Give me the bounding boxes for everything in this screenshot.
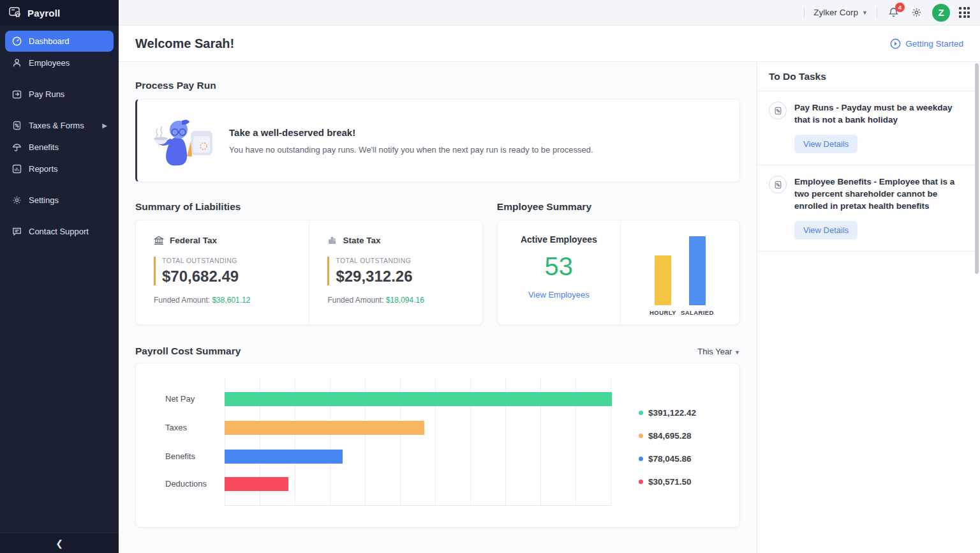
legend-dot-icon bbox=[639, 457, 643, 461]
sidebar-item-dashboard[interactable]: Dashboard bbox=[5, 31, 114, 52]
settings-icon bbox=[11, 195, 22, 206]
sidebar-item-label: Benefits bbox=[29, 142, 59, 152]
org-selector[interactable]: Zylker Corp ▼ bbox=[813, 8, 868, 17]
dashboard-content: Process Pay Run bbox=[119, 62, 757, 553]
process-pay-run-heading: Process Pay Run bbox=[135, 80, 740, 91]
payroll-cost-legend: $391,122.42$84,695.28$78,045.86$30,571.5… bbox=[639, 378, 696, 527]
sidebar-item-label: Dashboard bbox=[29, 36, 70, 46]
legend-value: $30,571.50 bbox=[648, 477, 692, 487]
legend-dot-icon bbox=[639, 480, 643, 484]
payroll-cost-heading: Payroll Cost Summary bbox=[135, 345, 241, 357]
sidebar-item-label: Settings bbox=[29, 195, 59, 205]
state-building-icon bbox=[327, 236, 337, 245]
employee-summary-card: Active Employees 53 View Employees HOURL… bbox=[497, 220, 740, 325]
outstanding-amount: $70,682.49 bbox=[162, 268, 309, 285]
cost-bar-taxes bbox=[225, 421, 424, 435]
legend-item: $30,571.50 bbox=[639, 475, 696, 488]
sidebar-item-settings[interactable]: Settings bbox=[5, 190, 114, 211]
chevron-right-icon: ▶ bbox=[102, 122, 107, 129]
play-circle-icon bbox=[890, 38, 901, 49]
sidebar-item-contact-support[interactable]: Contact Support bbox=[5, 221, 114, 242]
task-text: Employee Benefits - Employee that is a t… bbox=[794, 176, 966, 212]
sidebar-item-label: Pay Runs bbox=[29, 89, 64, 99]
break-illustration bbox=[151, 114, 215, 167]
employee-summary-heading: Employee Summary bbox=[497, 201, 740, 213]
liabilities-card: Federal Tax TOTAL OUTSTANDING $70,682.49… bbox=[135, 220, 483, 325]
category-label: Net Pay bbox=[165, 392, 195, 406]
category-label: Benefits bbox=[165, 450, 195, 464]
sidebar-item-benefits[interactable]: Benefits bbox=[5, 137, 114, 158]
bank-icon bbox=[154, 236, 164, 245]
pay-runs-icon bbox=[11, 89, 22, 100]
active-employees-label: Active Employees bbox=[521, 234, 597, 245]
sidebar-item-label: Reports bbox=[29, 164, 58, 174]
cost-bar-benefits bbox=[225, 450, 343, 464]
active-employees-block: Active Employees 53 View Employees bbox=[498, 220, 621, 324]
employee-type-chart: HOURLYSALARIED bbox=[621, 220, 739, 324]
period-filter-value: This Year bbox=[697, 347, 732, 356]
sidebar-item-pay-runs[interactable]: Pay Runs bbox=[5, 84, 114, 105]
employee-bar-hourly: HOURLY bbox=[655, 255, 671, 305]
dashboard-icon bbox=[11, 36, 22, 47]
payroll-logo-icon bbox=[9, 7, 22, 19]
sidebar-collapse-button[interactable]: ❮ bbox=[0, 533, 119, 553]
state-tax-block: State Tax TOTAL OUTSTANDING $29,312.26 F… bbox=[309, 220, 482, 324]
legend-value: $78,045.86 bbox=[648, 454, 692, 464]
payroll-cost-plot bbox=[225, 378, 612, 506]
legend-value: $84,695.28 bbox=[648, 431, 692, 441]
todo-task-pay-runs: Pay Runs - Payday must be a weekday that… bbox=[757, 91, 980, 165]
notifications-button[interactable]: 4 bbox=[886, 6, 900, 20]
view-details-button[interactable]: View Details bbox=[794, 135, 858, 153]
funded-amount-row: Funded Amount: $38,601.12 bbox=[154, 296, 309, 305]
process-pay-run-card: Take a well-deserved break! You have no … bbox=[135, 99, 740, 182]
chevron-down-icon: ▼ bbox=[734, 349, 740, 356]
scrollbar-thumb[interactable] bbox=[975, 63, 979, 274]
sidebar-item-employees[interactable]: Employees bbox=[5, 52, 114, 73]
getting-started-link[interactable]: Getting Started bbox=[890, 38, 963, 49]
notification-badge: 4 bbox=[895, 3, 905, 12]
category-label: Taxes bbox=[165, 421, 187, 435]
org-name: Zylker Corp bbox=[813, 8, 858, 17]
sidebar: Payroll Dashboard Employees bbox=[0, 0, 119, 553]
page-title: Welcome Sarah! bbox=[135, 36, 234, 51]
avatar[interactable]: Z bbox=[932, 4, 950, 22]
funded-value: $38,601.12 bbox=[212, 296, 250, 305]
legend-value: $391,122.42 bbox=[648, 408, 696, 418]
todo-heading: To Do Tasks bbox=[769, 71, 969, 82]
outstanding-label: TOTAL OUTSTANDING bbox=[162, 257, 309, 264]
sidebar-item-reports[interactable]: Reports bbox=[5, 158, 114, 179]
task-doc-percent-icon bbox=[769, 102, 787, 119]
app-logo: Payroll bbox=[0, 0, 119, 26]
sidebar-item-label: Employees bbox=[29, 58, 70, 68]
todo-task-employee-benefits: Employee Benefits - Employee that is a t… bbox=[757, 165, 980, 252]
app-grid-button[interactable] bbox=[959, 7, 970, 18]
todo-panel: To Do Tasks Pay Runs - Payday must be a … bbox=[757, 62, 980, 553]
funded-value: $18,094.16 bbox=[386, 296, 424, 305]
payroll-cost-card: Net PayTaxesBenefitsDeductions $391,122.… bbox=[135, 363, 740, 527]
period-filter-dropdown[interactable]: This Year ▼ bbox=[697, 347, 740, 356]
getting-started-label: Getting Started bbox=[905, 39, 963, 49]
funded-label: Funded Amount: bbox=[327, 296, 383, 305]
welcome-band: Welcome Sarah! Getting Started bbox=[119, 26, 980, 62]
task-text: Pay Runs - Payday must be a weekday that… bbox=[794, 102, 966, 126]
outstanding-label: TOTAL OUTSTANDING bbox=[336, 257, 482, 264]
settings-button[interactable] bbox=[909, 6, 923, 20]
view-employees-link[interactable]: View Employees bbox=[528, 290, 590, 299]
federal-tax-block: Federal Tax TOTAL OUTSTANDING $70,682.49… bbox=[136, 220, 309, 324]
sidebar-item-taxes-forms[interactable]: Taxes & Forms ▶ bbox=[5, 115, 114, 136]
legend-item: $78,045.86 bbox=[639, 452, 696, 465]
taxes-forms-icon bbox=[11, 121, 22, 131]
employee-bar-salaried: SALARIED bbox=[689, 236, 706, 305]
break-description: You have no outstanding pay runs. We'll … bbox=[229, 145, 593, 155]
sidebar-nav: Dashboard Employees Pay Runs bbox=[0, 26, 119, 533]
break-title: Take a well-deserved break! bbox=[229, 127, 593, 138]
avatar-initial: Z bbox=[938, 7, 944, 18]
employee-bar-label: SALARIED bbox=[681, 309, 714, 316]
divider bbox=[804, 7, 805, 19]
contact-support-icon bbox=[11, 227, 22, 237]
view-details-button[interactable]: View Details bbox=[794, 221, 858, 239]
payroll-cost-labels: Net PayTaxesBenefitsDeductions bbox=[165, 378, 225, 527]
chevron-left-icon: ❮ bbox=[56, 538, 63, 549]
active-employees-count: 53 bbox=[545, 252, 574, 281]
sidebar-item-label: Contact Support bbox=[29, 227, 89, 236]
